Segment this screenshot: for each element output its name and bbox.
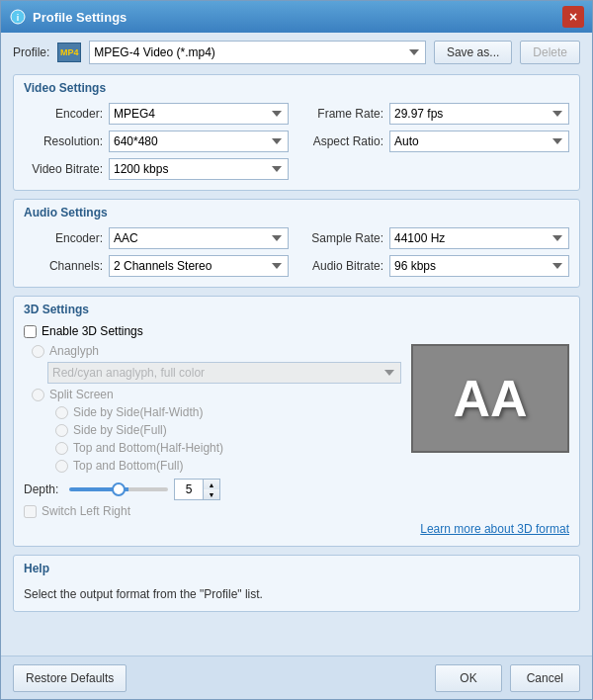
depth-value-input[interactable] [175, 482, 203, 496]
depth-row: Depth: ▲ ▼ [24, 479, 401, 500]
split-screen-label[interactable]: Split Screen [49, 388, 114, 401]
audio-settings-section: Audio Settings Encoder: AAC Channels: 2 … [13, 199, 580, 288]
help-text: Select the output format from the "Profi… [24, 587, 569, 601]
profile-select[interactable]: MPEG-4 Video (*.mp4) [89, 41, 426, 64]
switch-row: Switch Left Right [24, 504, 401, 518]
profile-row: Profile: MP4 MPEG-4 Video (*.mp4) Save a… [13, 41, 580, 64]
footer-left: Restore Defaults [13, 664, 435, 692]
ok-button[interactable]: OK [435, 664, 501, 692]
preview-box: AA [411, 344, 569, 453]
save-as-button[interactable]: Save as... [434, 41, 512, 64]
encoder-label: Encoder: [24, 107, 103, 121]
split-screen-radio-row: Split Screen [32, 388, 401, 401]
window-title: Profile Settings [33, 10, 562, 25]
footer-right: OK Cancel [435, 664, 580, 692]
audio-bitrate-row: Audio Bitrate: 96 kbps [304, 255, 569, 277]
side-by-side-full-row: Side by Side(Full) [55, 423, 401, 437]
depth-up-button[interactable]: ▲ [204, 480, 219, 489]
delete-button[interactable]: Delete [520, 41, 580, 64]
encoder-row: Encoder: MPEG4 [24, 103, 289, 125]
depth-down-button[interactable]: ▼ [204, 489, 219, 499]
video-settings-section: Video Settings Encoder: MPEG4 Resolution… [13, 74, 580, 191]
split-screen-options: Side by Side(Half-Width) Side by Side(Fu… [47, 405, 401, 473]
profile-settings-window: i Profile Settings × Profile: MP4 MPEG-4… [0, 0, 593, 700]
window-icon: i [9, 8, 27, 26]
enable-3d-row: Enable 3D Settings [24, 324, 569, 338]
close-button[interactable]: × [562, 6, 584, 28]
restore-defaults-button[interactable]: Restore Defaults [13, 664, 127, 692]
channels-select[interactable]: 2 Channels Stereo [109, 255, 289, 277]
audio-encoder-select[interactable]: AAC [109, 227, 289, 249]
cancel-button[interactable]: Cancel [510, 664, 580, 692]
audio-bitrate-select[interactable]: 96 kbps [389, 255, 569, 277]
top-bottom-half-row: Top and Bottom(Half-Height) [55, 441, 401, 455]
audio-settings-title: Audio Settings [24, 206, 108, 219]
resolution-label: Resolution: [24, 134, 103, 148]
video-bitrate-row: Video Bitrate: 1200 kbps [24, 158, 289, 180]
video-bitrate-select[interactable]: 1200 kbps [109, 158, 289, 180]
three-d-left: Anaglyph Red/cyan anaglyph, full color S… [24, 344, 401, 518]
encoder-select[interactable]: MPEG4 [109, 103, 289, 125]
video-settings-title: Video Settings [24, 81, 106, 95]
anaglyph-label[interactable]: Anaglyph [49, 344, 99, 358]
channels-label: Channels: [24, 259, 103, 273]
depth-slider[interactable] [69, 487, 168, 491]
resolution-row: Resolution: 640*480 [24, 131, 289, 152]
profile-label: Profile: [13, 45, 49, 59]
switch-left-right-label[interactable]: Switch Left Right [42, 504, 130, 518]
side-by-side-half-label[interactable]: Side by Side(Half-Width) [73, 405, 203, 419]
top-bottom-full-label[interactable]: Top and Bottom(Full) [73, 459, 183, 473]
audio-bitrate-label: Audio Bitrate: [304, 259, 383, 273]
settings-3d-title: 3D Settings [24, 303, 89, 316]
anaglyph-select[interactable]: Red/cyan anaglyph, full color [47, 362, 401, 384]
help-title: Help [24, 562, 49, 575]
switch-left-right-checkbox[interactable] [24, 505, 37, 518]
video-left-col: Encoder: MPEG4 Resolution: 640*480 Video… [24, 103, 289, 180]
sample-rate-select[interactable]: 44100 Hz [389, 227, 569, 249]
audio-left-col: Encoder: AAC Channels: 2 Channels Stereo [24, 227, 289, 277]
side-by-side-half-radio[interactable] [55, 406, 68, 419]
learn-more-row: Learn more about 3D format [24, 522, 569, 536]
aspect-ratio-row: Aspect Ratio: Auto [304, 131, 569, 152]
enable-3d-checkbox[interactable] [24, 325, 37, 338]
frame-rate-label: Frame Rate: [304, 107, 383, 121]
sample-rate-row: Sample Rate: 44100 Hz [304, 227, 569, 249]
side-by-side-half-row: Side by Side(Half-Width) [55, 405, 401, 419]
video-bitrate-label: Video Bitrate: [24, 162, 103, 176]
depth-label: Depth: [24, 482, 63, 496]
settings-3d-section: 3D Settings Enable 3D Settings Anaglyph … [13, 296, 580, 547]
preview-text: AA [453, 373, 527, 424]
learn-more-link[interactable]: Learn more about 3D format [420, 522, 569, 536]
video-right-col: Frame Rate: 29.97 fps Aspect Ratio: Auto [304, 103, 569, 180]
frame-rate-row: Frame Rate: 29.97 fps [304, 103, 569, 125]
sample-rate-label: Sample Rate: [304, 231, 383, 245]
video-settings-grid: Encoder: MPEG4 Resolution: 640*480 Video… [24, 103, 569, 180]
anaglyph-select-row: Red/cyan anaglyph, full color [47, 362, 401, 384]
side-by-side-full-label[interactable]: Side by Side(Full) [73, 423, 167, 437]
top-bottom-full-radio[interactable] [55, 460, 68, 473]
depth-spinners: ▲ ▼ [203, 480, 219, 499]
svg-text:i: i [17, 13, 20, 23]
frame-rate-select[interactable]: 29.97 fps [389, 103, 569, 125]
audio-settings-grid: Encoder: AAC Channels: 2 Channels Stereo [24, 227, 569, 277]
aspect-ratio-label: Aspect Ratio: [304, 134, 383, 148]
title-bar: i Profile Settings × [1, 1, 592, 33]
three-d-content: Anaglyph Red/cyan anaglyph, full color S… [24, 344, 569, 518]
main-content: Profile: MP4 MPEG-4 Video (*.mp4) Save a… [1, 33, 592, 656]
side-by-side-full-radio[interactable] [55, 424, 68, 437]
footer: Restore Defaults OK Cancel [1, 656, 592, 699]
channels-row: Channels: 2 Channels Stereo [24, 255, 289, 277]
top-bottom-full-row: Top and Bottom(Full) [55, 459, 401, 473]
help-section: Help Select the output format from the "… [13, 555, 580, 612]
resolution-select[interactable]: 640*480 [109, 131, 289, 152]
audio-right-col: Sample Rate: 44100 Hz Audio Bitrate: 96 … [304, 227, 569, 277]
top-bottom-half-radio[interactable] [55, 442, 68, 455]
top-bottom-half-label[interactable]: Top and Bottom(Half-Height) [73, 441, 223, 455]
audio-encoder-label: Encoder: [24, 231, 103, 245]
anaglyph-radio[interactable] [32, 345, 44, 358]
anaglyph-radio-row: Anaglyph [32, 344, 401, 358]
enable-3d-label[interactable]: Enable 3D Settings [42, 324, 143, 338]
split-screen-radio[interactable] [32, 389, 44, 401]
aspect-ratio-select[interactable]: Auto [389, 131, 569, 152]
audio-encoder-row: Encoder: AAC [24, 227, 289, 249]
